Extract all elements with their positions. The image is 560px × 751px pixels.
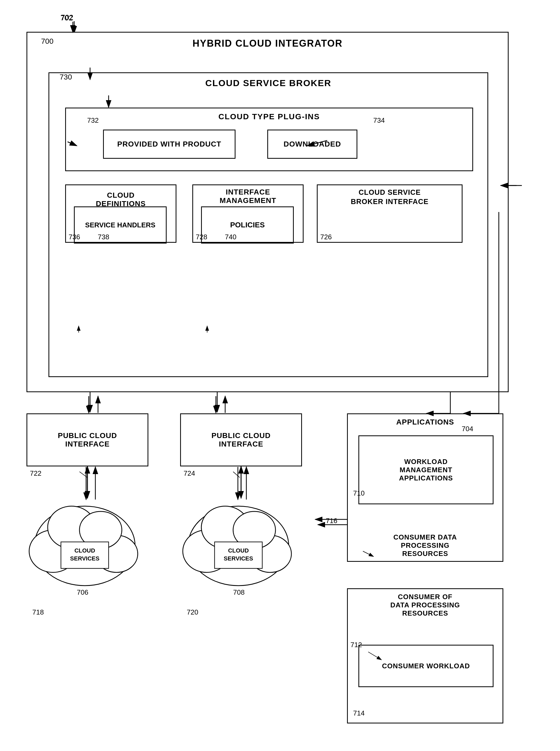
applications-label: APPLICATIONS <box>348 418 502 427</box>
ref-726: 726 <box>320 233 332 241</box>
svg-text:SERVICES: SERVICES <box>224 555 253 562</box>
dl-label: DOWNLOADED <box>284 140 341 149</box>
wma-label: WORKLOADMANAGEMENTAPPLICATIONS <box>399 458 453 482</box>
box-consumer-data-processing-resources: APPLICATIONS 704 WORKLOADMANAGEMENTAPPLI… <box>347 413 503 562</box>
ref-734: 734 <box>373 116 385 124</box>
diagram-container: CLOUD SERVICES CLOUD SERVICES 702 HYBRID… <box>16 11 543 742</box>
box-cloud-service-broker: CLOUD SERVICE BROKER CLOUD TYPE PLUG-INS… <box>48 72 488 377</box>
box-hybrid-cloud-integrator: HYBRID CLOUD INTEGRATOR CLOUD SERVICE BR… <box>26 32 508 392</box>
csb-title: CLOUD SERVICE BROKER <box>49 78 487 88</box>
codpr-title: CONSUMER OFDATA PROCESSINGRESOURCES <box>348 593 502 617</box>
svg-point-18 <box>29 530 77 572</box>
pci1-label: PUBLIC CLOUDINTERFACE <box>58 431 117 448</box>
cdpr-label: CONSUMER DATAPROCESSINGRESOURCES <box>348 533 502 558</box>
svg-point-21 <box>79 511 122 549</box>
ref-722: 722 <box>30 469 41 477</box>
box-cloud-type-plugins: CLOUD TYPE PLUG-INS PROVIDED WITH PRODUC… <box>65 107 473 171</box>
svg-text:CLOUD: CLOUD <box>75 547 95 554</box>
pwp-label: PROVIDED WITH PRODUCT <box>117 140 221 149</box>
box-cloud-definitions: CLOUDDEFINITIONS 736 738 SERVICE HANDLER… <box>65 184 176 243</box>
svg-rect-30 <box>215 542 262 568</box>
cw-label: CONSUMER WORKLOAD <box>382 662 470 670</box>
ref-704: 704 <box>462 425 473 433</box>
ctp-title: CLOUD TYPE PLUG-INS <box>66 112 472 121</box>
ref-714: 714 <box>353 709 364 717</box>
svg-rect-22 <box>61 542 108 568</box>
cd-label: CLOUDDEFINITIONS <box>66 189 176 208</box>
box-interface-management: INTERFACEMANAGEMENT 728 740 POLICIES <box>192 184 304 243</box>
box-public-cloud-interface-1: PUBLIC CLOUDINTERFACE 722 <box>26 413 148 467</box>
svg-point-28 <box>201 506 249 549</box>
box-workload-management-applications: WORKLOADMANAGEMENTAPPLICATIONS <box>358 435 494 504</box>
ref-700: 700 <box>41 37 54 45</box>
svg-line-52 <box>79 472 87 477</box>
ref-724: 724 <box>184 469 195 477</box>
pci2-label: PUBLIC CLOUDINTERFACE <box>212 431 271 448</box>
ref-718: 718 <box>32 608 44 616</box>
ref-702-top: 702 <box>60 14 73 22</box>
svg-point-25 <box>188 506 289 586</box>
policies-label: POLICIES <box>230 221 265 229</box>
svg-line-53 <box>233 472 240 477</box>
ref-710: 710 <box>353 489 364 497</box>
ref-730: 730 <box>60 73 72 81</box>
box-downloaded: DOWNLOADED <box>267 130 357 159</box>
svg-text:CLOUD: CLOUD <box>228 547 249 554</box>
svg-point-20 <box>48 506 95 549</box>
box-consumer-of-data-processing-resources: CONSUMER OFDATA PROCESSINGRESOURCES 712 … <box>347 588 503 724</box>
svg-point-27 <box>249 535 292 572</box>
box-public-cloud-interface-2: PUBLIC CLOUDINTERFACE 724 <box>180 413 302 467</box>
hci-title: HYBRID CLOUD INTEGRATOR <box>27 38 508 49</box>
box-cloud-service-broker-interface: CLOUD SERVICEBROKER INTERFACE 726 <box>317 184 462 243</box>
svg-text:SERVICES: SERVICES <box>70 555 100 562</box>
svg-point-17 <box>35 506 135 586</box>
ref-708: 708 <box>233 588 244 596</box>
ref-732: 732 <box>87 116 99 124</box>
box-policies: POLICIES <box>201 206 294 243</box>
svg-point-26 <box>183 530 231 572</box>
box-provided-with-product: PROVIDED WITH PRODUCT <box>103 130 236 159</box>
ref-716: 716 <box>326 517 337 525</box>
svg-point-29 <box>233 511 276 549</box>
ref-706: 706 <box>77 588 88 596</box>
box-service-handlers: SERVICE HANDLERS <box>74 206 167 243</box>
svg-point-19 <box>95 535 138 572</box>
box-consumer-workload: CONSUMER WORKLOAD <box>358 645 494 687</box>
sh-label: SERVICE HANDLERS <box>85 221 155 229</box>
ref-708-label: 720 <box>187 608 198 616</box>
